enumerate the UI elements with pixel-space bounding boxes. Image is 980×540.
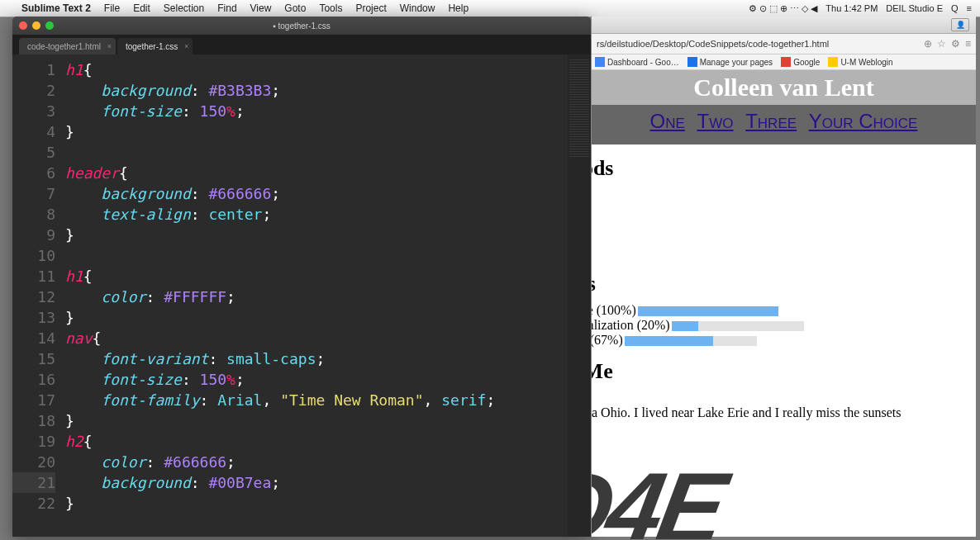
code-line[interactable]: text-align: center; — [65, 204, 568, 225]
minimize-icon[interactable] — [32, 21, 40, 30]
favicon-icon — [687, 57, 697, 67]
nav-link[interactable]: Your Choice — [809, 110, 918, 132]
user-icon[interactable]: 👤 — [951, 18, 969, 31]
settings-icon[interactable]: ⚙ — [951, 38, 960, 50]
line-number: 14 — [12, 328, 55, 348]
menu-project[interactable]: Project — [349, 2, 392, 14]
progress-row: Specialization (20%) — [592, 318, 968, 333]
menu-file[interactable]: File — [98, 2, 126, 14]
tab[interactable]: together-1.css× — [117, 38, 193, 54]
line-number: 1 — [12, 59, 55, 80]
line-number: 5 — [12, 142, 55, 163]
nav-link[interactable]: Two — [697, 110, 734, 132]
close-icon[interactable] — [19, 21, 27, 30]
progress-bar — [672, 321, 804, 331]
tab[interactable]: code-together1.html× — [19, 38, 116, 54]
code-line[interactable]: font-variant: small-caps; — [65, 348, 568, 369]
browser-titlebar[interactable]: 👤 — [592, 17, 976, 34]
editor-area: 12345678910111213141516171819202122 h1{ … — [12, 54, 591, 537]
list-item: od — [592, 391, 968, 405]
progress-bar — [625, 336, 757, 346]
code-area[interactable]: h1{ background: #B3B3B3; font-size: 150%… — [62, 54, 568, 537]
line-number: 13 — [12, 307, 55, 328]
code-line[interactable]: h1{ — [65, 59, 568, 80]
nav-link[interactable]: Three — [745, 110, 797, 132]
menu-window[interactable]: Window — [393, 2, 442, 14]
code-line[interactable]: font-size: 150%; — [65, 369, 568, 390]
zoom-icon[interactable] — [45, 21, 54, 30]
code-line[interactable]: } — [65, 493, 568, 514]
tab-bar: code-together1.html×together-1.css× — [12, 35, 591, 54]
line-number: 4 — [12, 121, 55, 142]
zoom-icon[interactable]: ⊕ — [924, 38, 932, 50]
h2-about: ut Me — [592, 359, 968, 384]
menu-view[interactable]: View — [244, 2, 278, 14]
favicon-icon — [781, 57, 791, 67]
h2-foods: Foods — [592, 156, 968, 181]
menu-find[interactable]: Find — [211, 2, 243, 14]
url-field[interactable]: rs/deilstudioe/Desktop/CodeSnippets/code… — [597, 39, 919, 49]
app-name[interactable]: Sublime Text 2 — [15, 2, 98, 14]
line-number: 19 — [12, 431, 55, 452]
window-title: ▪ together-1.css — [273, 21, 331, 31]
menu-tools[interactable]: Tools — [312, 2, 349, 14]
progress-label: course (100%) — [592, 303, 636, 317]
bookmark[interactable]: Manage your pages — [687, 57, 773, 67]
line-number: 16 — [12, 369, 55, 390]
line-number: 15 — [12, 348, 55, 369]
line-number: 20 — [12, 452, 55, 472]
code-line[interactable]: nav{ — [65, 328, 568, 348]
progress-bar — [638, 306, 778, 316]
menubar-right: ⚙ ⊙ ⬚ ⊕ ⋯ ◇ ◀ Thu 1:42 PM DEIL Studio E … — [749, 3, 980, 14]
clock[interactable]: Thu 1:42 PM — [825, 3, 878, 13]
code-line[interactable]: font-family: Arial, "Time New Roman", se… — [65, 390, 568, 410]
bookmark[interactable]: Dashboard - Goo… — [595, 57, 679, 67]
bookmark[interactable]: U-M Weblogin — [828, 57, 892, 67]
sublime-window: ▪ together-1.css code-together1.html×tog… — [12, 17, 591, 537]
code-line[interactable]: color: #666666; — [65, 452, 568, 472]
progress-row: goals (67%) — [592, 333, 968, 348]
code-line[interactable]: background: #666666; — [65, 183, 568, 204]
bookmark[interactable]: Google — [781, 57, 820, 67]
page-title: Colleen van Lent — [592, 70, 976, 105]
menu-help[interactable]: Help — [441, 2, 475, 14]
h2-ents: ents — [592, 272, 968, 296]
code-line[interactable]: } — [65, 410, 568, 431]
address-bar: rs/deilstudioe/Desktop/CodeSnippets/code… — [592, 34, 976, 54]
line-number: 22 — [12, 493, 55, 514]
minimap[interactable] — [568, 54, 591, 537]
code-line[interactable]: } — [65, 307, 568, 328]
window-titlebar[interactable]: ▪ together-1.css — [12, 17, 591, 35]
close-tab-icon[interactable]: × — [184, 42, 188, 50]
code-line[interactable]: h2{ — [65, 431, 568, 452]
user-name[interactable]: DEIL Studio E — [886, 3, 943, 13]
menu-goto[interactable]: Goto — [278, 2, 312, 14]
nav-link[interactable]: One — [650, 110, 685, 132]
code-line[interactable]: font-size: 150%; — [65, 101, 568, 121]
menu-selection[interactable]: Selection — [157, 2, 211, 14]
code-line[interactable]: } — [65, 121, 568, 142]
star-icon[interactable]: ☆ — [937, 38, 946, 50]
browser-window: 👤 rs/deilstudioe/Desktop/CodeSnippets/co… — [591, 17, 976, 537]
menu-icon[interactable]: ≡ — [965, 38, 971, 50]
line-number: 10 — [12, 245, 55, 266]
code-line[interactable]: color: #FFFFFF; — [65, 287, 568, 307]
page-header: Colleen van Lent One Two Three Your Choi… — [592, 70, 976, 144]
line-number: 11 — [12, 266, 55, 287]
line-number: 18 — [12, 410, 55, 431]
bookmarks-bar: Dashboard - Goo…Manage your pagesGoogleU… — [592, 54, 976, 70]
code-line[interactable]: background: #B3B3B3; — [65, 80, 568, 101]
code-line[interactable]: } — [65, 225, 568, 245]
code-line[interactable] — [65, 142, 568, 163]
code-line[interactable]: background: #00B7ea; — [65, 472, 568, 493]
code-line[interactable]: h1{ — [65, 266, 568, 287]
progress-label: goals (67%) — [592, 333, 623, 347]
traffic-lights — [12, 21, 54, 30]
menu-icon[interactable]: ≡ — [967, 3, 972, 13]
code-line[interactable]: header{ — [65, 163, 568, 183]
line-number: 3 — [12, 101, 55, 121]
close-tab-icon[interactable]: × — [107, 42, 112, 50]
menu-edit[interactable]: Edit — [126, 2, 157, 14]
spotlight-icon[interactable]: Q — [951, 3, 959, 13]
code-line[interactable] — [65, 245, 568, 266]
